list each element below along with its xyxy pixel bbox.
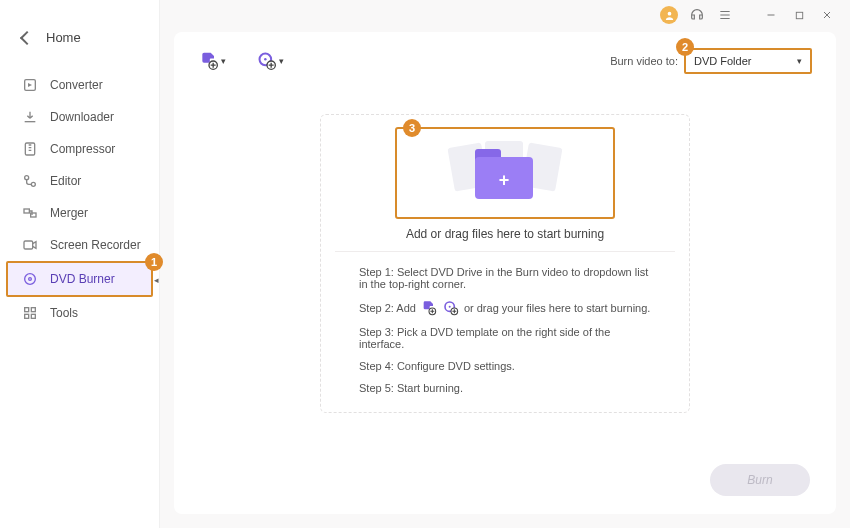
sidebar-collapse-icon[interactable]: ◂	[154, 275, 159, 285]
titlebar	[160, 0, 850, 26]
sidebar-item-dvd-burner[interactable]: DVD Burner 1	[6, 261, 153, 297]
svg-rect-15	[796, 12, 802, 18]
sidebar-item-editor[interactable]: Editor	[0, 165, 159, 197]
close-button[interactable]	[818, 6, 836, 24]
step-4: Step 4: Configure DVD settings.	[359, 360, 651, 372]
content-panel: ▾ ▾ Burn video to: DVD Folder ▾ 2	[174, 32, 836, 514]
sidebar-item-label: Downloader	[50, 110, 114, 124]
svg-rect-12	[25, 314, 29, 318]
maximize-button[interactable]	[790, 6, 808, 24]
sidebar-item-converter[interactable]: Converter	[0, 69, 159, 101]
home-label: Home	[46, 30, 81, 45]
svg-rect-7	[24, 241, 33, 249]
add-disc-button[interactable]: ▾	[256, 49, 284, 73]
add-file-icon	[420, 300, 438, 316]
add-disc-icon	[442, 300, 460, 316]
folder-illustration: +	[445, 143, 565, 205]
sidebar-item-compressor[interactable]: Compressor	[0, 133, 159, 165]
main-area: ▾ ▾ Burn video to: DVD Folder ▾ 2	[160, 0, 850, 528]
svg-point-4	[31, 182, 35, 186]
sidebar-item-tools[interactable]: Tools	[0, 297, 159, 329]
sidebar-item-screen-recorder[interactable]: Screen Recorder	[0, 229, 159, 261]
callout-badge-1: 1	[145, 253, 163, 271]
sidebar-item-label: DVD Burner	[50, 272, 115, 286]
recorder-icon	[22, 237, 38, 253]
instructions-box: 3 + Add or drag files here to start burn…	[320, 114, 690, 413]
steps-list: Step 1: Select DVD Drive in the Burn vid…	[335, 266, 675, 394]
back-button[interactable]	[20, 30, 34, 44]
svg-rect-13	[31, 314, 35, 318]
callout-badge-3: 3	[403, 119, 421, 137]
step-3: Step 3: Pick a DVD template on the right…	[359, 326, 651, 350]
chevron-down-icon: ▾	[279, 56, 284, 66]
minimize-button[interactable]	[762, 6, 780, 24]
svg-point-9	[29, 278, 32, 281]
merger-icon	[22, 205, 38, 221]
plus-icon: +	[495, 171, 513, 189]
add-file-button[interactable]: ▾	[198, 49, 226, 73]
editor-icon	[22, 173, 38, 189]
burn-button[interactable]: Burn	[710, 464, 810, 496]
account-icon[interactable]	[660, 6, 678, 24]
callout-badge-2: 2	[676, 38, 694, 56]
svg-rect-5	[24, 209, 29, 213]
dvd-icon	[22, 271, 38, 287]
sidebar-item-downloader[interactable]: Downloader	[0, 101, 159, 133]
sidebar-item-label: Converter	[50, 78, 103, 92]
svg-rect-1	[25, 121, 36, 122]
sidebar-item-label: Compressor	[50, 142, 115, 156]
download-icon	[22, 109, 38, 125]
converter-icon	[22, 77, 38, 93]
compressor-icon	[22, 141, 38, 157]
svg-point-22	[449, 306, 451, 308]
chevron-down-icon: ▾	[221, 56, 226, 66]
svg-point-3	[25, 176, 29, 180]
svg-rect-11	[31, 308, 35, 312]
toolbar: ▾ ▾ Burn video to: DVD Folder ▾ 2	[174, 32, 836, 84]
burn-to-value: DVD Folder	[694, 55, 751, 67]
burn-to-label: Burn video to:	[610, 55, 678, 67]
drop-text: Add or drag files here to start burning	[335, 227, 675, 241]
drop-zone[interactable]: 3 +	[395, 127, 615, 219]
tools-icon	[22, 305, 38, 321]
sidebar: Home Converter Downloader Compressor Edi…	[0, 0, 160, 528]
step-2: Step 2: Add or drag your files here to s…	[359, 300, 651, 316]
step-1: Step 1: Select DVD Drive in the Burn vid…	[359, 266, 651, 290]
sidebar-item-label: Editor	[50, 174, 81, 188]
svg-point-14	[667, 11, 671, 15]
support-icon[interactable]	[688, 6, 706, 24]
menu-icon[interactable]	[716, 6, 734, 24]
sidebar-item-label: Screen Recorder	[50, 238, 141, 252]
sidebar-item-label: Merger	[50, 206, 88, 220]
svg-point-18	[264, 58, 267, 61]
sidebar-item-merger[interactable]: Merger	[0, 197, 159, 229]
step-5: Step 5: Start burning.	[359, 382, 651, 394]
sidebar-item-label: Tools	[50, 306, 78, 320]
chevron-down-icon: ▾	[797, 56, 802, 66]
svg-point-8	[25, 274, 36, 285]
svg-rect-10	[25, 308, 29, 312]
burn-to-select[interactable]: DVD Folder ▾ 2	[684, 48, 812, 74]
